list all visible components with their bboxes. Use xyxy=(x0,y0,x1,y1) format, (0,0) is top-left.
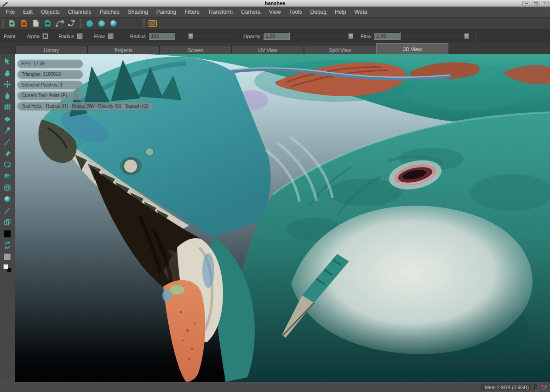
menu-camera[interactable]: Camera xyxy=(237,7,265,17)
paint-stroke-tool[interactable] xyxy=(0,136,15,147)
flow-checkbox[interactable] xyxy=(108,33,114,39)
black-swatch[interactable] xyxy=(0,228,15,239)
flow-label: Flow xyxy=(361,34,371,39)
pan-hand-tool[interactable] xyxy=(0,67,15,78)
rgb-channels-icon[interactable] xyxy=(541,384,547,391)
alpha-checkbox[interactable] xyxy=(42,33,48,39)
radius-checkbox[interactable] xyxy=(77,33,83,39)
opacity-input[interactable]: 1.00 xyxy=(263,32,290,40)
menu-filters[interactable]: Filters xyxy=(180,7,204,17)
select-cursor-tool[interactable] xyxy=(0,55,15,67)
bezier-pen-icon[interactable] xyxy=(54,18,66,29)
blur-rings-tool[interactable] xyxy=(0,182,15,193)
menu-transform[interactable]: Transform xyxy=(204,7,237,17)
toolbar-handle xyxy=(80,19,82,28)
copy-patch-tool[interactable] xyxy=(0,216,15,228)
hud-selected-patches: Selected Patches: 1 xyxy=(17,81,83,89)
radius-slider[interactable] xyxy=(179,33,233,40)
hud-fps: FPS: 17.39 xyxy=(17,60,83,68)
brush-flat-icon[interactable] xyxy=(84,18,96,29)
menu-channels[interactable]: Channels xyxy=(64,7,96,17)
menu-tools[interactable]: Tools xyxy=(285,7,306,17)
swap-colors-icon[interactable] xyxy=(0,239,15,251)
tab-library[interactable]: Library xyxy=(15,45,87,54)
viewport-hud: FPS: 17.39 Triangles: 2180916 Selected P… xyxy=(17,60,153,110)
application-window: banshee ✕ File Edit Objects Channels Pat… xyxy=(0,0,550,392)
close-project-icon[interactable] xyxy=(18,18,30,29)
window-title: banshee xyxy=(0,0,550,6)
status-mini-indicator xyxy=(534,384,539,391)
menu-shading[interactable]: Shading xyxy=(124,7,152,17)
titlebar: banshee ✕ xyxy=(0,0,550,7)
radius-toggle-label: Radius xyxy=(58,34,74,39)
projector-icon[interactable] xyxy=(147,18,159,29)
clone-ellipse-tool[interactable] xyxy=(0,159,15,170)
new-project-icon[interactable] xyxy=(6,18,18,29)
gradient-fill-tool[interactable] xyxy=(0,170,15,182)
tab-screen[interactable]: Screen xyxy=(160,45,232,54)
opacity-label: Opacity xyxy=(243,34,260,39)
3d-viewport[interactable]: FPS: 17.39 Triangles: 2180916 Selected P… xyxy=(15,54,550,382)
menu-patches[interactable]: Patches xyxy=(95,7,123,17)
toolbar xyxy=(0,17,550,29)
eraser-tool[interactable] xyxy=(0,147,15,159)
pencil-tool[interactable] xyxy=(0,205,15,216)
smudge-tool[interactable] xyxy=(0,113,15,124)
hud-triangles: Triangles: 2180916 xyxy=(17,70,83,79)
curve-nodes-icon[interactable] xyxy=(66,18,78,29)
tool-sidebar xyxy=(0,54,15,382)
radius-label: Radius xyxy=(130,34,146,39)
toolbar-handle xyxy=(2,19,4,28)
sphere-brush-tool[interactable] xyxy=(0,193,15,205)
hud-current-tool: Current Tool: Paint (P) xyxy=(17,92,83,100)
tab-uv-view[interactable]: UV View xyxy=(232,45,304,54)
opacity-slider[interactable] xyxy=(293,33,351,40)
menu-weta[interactable]: Weta xyxy=(350,7,372,17)
brush-sphere-icon[interactable] xyxy=(108,18,120,29)
flow-slider[interactable] xyxy=(404,33,467,40)
foreground-background-swatch[interactable] xyxy=(0,262,15,274)
minimize-button[interactable] xyxy=(522,1,530,6)
brush-soft-icon[interactable] xyxy=(96,18,108,29)
pin-tool[interactable] xyxy=(0,124,15,136)
maximize-button[interactable] xyxy=(532,1,539,6)
droplet-tool[interactable] xyxy=(0,90,15,101)
menu-file[interactable]: File xyxy=(2,7,19,17)
tab-3d-view[interactable]: 3D View xyxy=(376,43,448,54)
menu-objects[interactable]: Objects xyxy=(37,7,64,17)
tab-projects[interactable]: Projects xyxy=(87,45,160,54)
hud-tool-help: Tool Help: Radius (R) Rotate (W) Opacity… xyxy=(17,102,153,110)
radius-input[interactable]: 100 xyxy=(149,32,175,40)
import-project-icon[interactable] xyxy=(42,18,54,29)
statusbar: Mem 2.9GB (3.9GB) xyxy=(0,382,550,392)
current-tool-label: Paint xyxy=(4,34,15,39)
save-project-icon[interactable] xyxy=(30,18,42,29)
close-button[interactable]: ✕ xyxy=(541,1,549,6)
move-transform-tool[interactable] xyxy=(0,78,15,90)
flow-toggle-label: Flow xyxy=(94,34,104,39)
menu-painting[interactable]: Painting xyxy=(152,7,180,17)
menu-edit[interactable]: Edit xyxy=(19,7,37,17)
toolbar-handle xyxy=(143,19,145,28)
view-tabs: Library Projects Screen UV View Split Vi… xyxy=(0,43,550,54)
alpha-label: Alpha xyxy=(27,34,40,39)
warp-grid-tool[interactable] xyxy=(0,101,15,113)
memory-indicator: Mem 2.9GB (3.9GB) xyxy=(481,384,532,391)
paint-options-bar: Paint Alpha Radius Flow Radius 100 Opaci… xyxy=(0,29,550,43)
menu-debug[interactable]: Debug xyxy=(306,7,331,17)
flow-input[interactable]: 1.00 xyxy=(374,32,401,40)
tab-split-view[interactable]: Split View xyxy=(304,45,376,54)
menu-help[interactable]: Help xyxy=(331,7,350,17)
menubar: File Edit Objects Channels Patches Shadi… xyxy=(0,7,550,17)
gray-swatch[interactable] xyxy=(0,251,15,262)
menu-view[interactable]: View xyxy=(265,7,285,17)
